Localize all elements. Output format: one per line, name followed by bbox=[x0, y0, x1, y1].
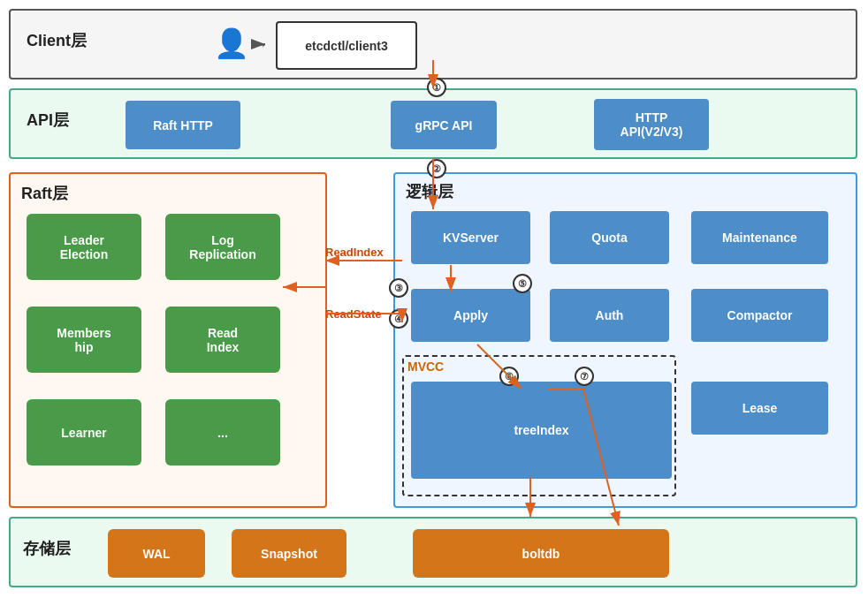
circle-2: ② bbox=[427, 159, 446, 178]
architecture-diagram: Client层 👤 → etcdctl/client3 API层 Raft HT… bbox=[0, 0, 868, 598]
person-icon: 👤 bbox=[214, 26, 249, 60]
boltdb-box: boltdb bbox=[413, 529, 669, 578]
api-layer: API层 Raft HTTP gRPC API HTTP API(V2/V3) bbox=[9, 88, 857, 159]
compactor-box: Compactor bbox=[691, 289, 828, 342]
treeindex-box: treeIndex bbox=[411, 382, 672, 479]
raft-layer-label: Raft层 bbox=[21, 183, 68, 204]
apply-box: Apply bbox=[411, 289, 530, 342]
circle-3: ③ bbox=[389, 278, 408, 298]
learner-box: Learner bbox=[27, 399, 141, 466]
circle-5: ⑤ bbox=[513, 274, 532, 293]
circle-6: ⑥ bbox=[499, 367, 519, 386]
circle-7: ⑦ bbox=[575, 367, 594, 386]
circle-1: ① bbox=[427, 78, 446, 97]
wal-box: WAL bbox=[108, 529, 205, 578]
readindex-label: ReadIndex bbox=[325, 246, 384, 259]
leader-election-box: Leader Election bbox=[27, 214, 141, 280]
api-layer-label: API层 bbox=[27, 110, 69, 131]
right-arrow-client: → bbox=[254, 37, 268, 53]
raft-layer: Raft层 Leader Election Log Replication Me… bbox=[9, 172, 327, 508]
logic-layer-label: 逻辑层 bbox=[406, 181, 453, 202]
raft-http-box: Raft HTTP bbox=[126, 101, 240, 149]
read-index-box: Read Index bbox=[165, 307, 280, 373]
etcdctl-box: etcdctl/client3 bbox=[276, 21, 417, 70]
grpc-api-box: gRPC API bbox=[391, 101, 497, 149]
membership-box: Members hip bbox=[27, 307, 141, 373]
maintenance-box: Maintenance bbox=[691, 211, 828, 264]
lease-box: Lease bbox=[691, 382, 828, 435]
ellipsis-box: ... bbox=[165, 399, 280, 466]
client-layer: Client层 👤 → etcdctl/client3 bbox=[9, 9, 857, 79]
circle-4: ④ bbox=[389, 309, 408, 329]
http-api-box: HTTP API(V2/V3) bbox=[594, 99, 709, 150]
readstate-label: ReadState bbox=[325, 307, 382, 321]
auth-box: Auth bbox=[550, 289, 669, 342]
storage-layer-label: 存储层 bbox=[23, 538, 71, 559]
quota-box: Quota bbox=[550, 211, 669, 264]
mvcc-label: MVCC bbox=[407, 360, 444, 374]
storage-layer: 存储层 WAL Snapshot boltdb bbox=[9, 517, 857, 587]
kvserver-box: KVServer bbox=[411, 211, 530, 264]
snapshot-box: Snapshot bbox=[232, 529, 346, 578]
logic-layer: 逻辑层 KVServer Quota Maintenance Apply Aut… bbox=[393, 172, 857, 508]
client-layer-label: Client层 bbox=[27, 30, 87, 51]
log-replication-box: Log Replication bbox=[165, 214, 280, 280]
